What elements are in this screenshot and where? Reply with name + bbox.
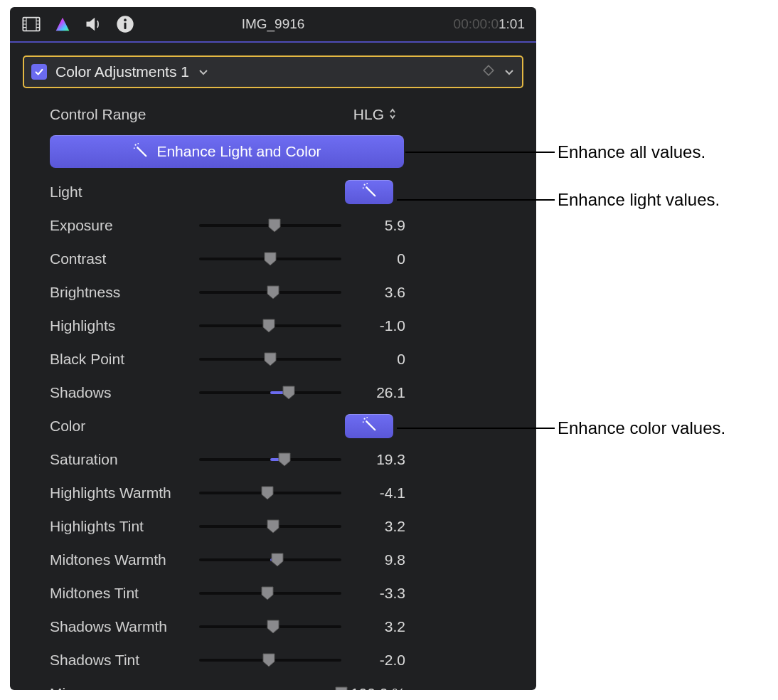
control-range-row: Control Range HLG — [10, 98, 536, 131]
control-range-label: Control Range — [50, 106, 269, 123]
effect-menu-chevron-icon[interactable] — [503, 66, 515, 78]
brightness-row: Brightness 3.6 — [10, 275, 536, 309]
callout-enhance-light: Enhance light values. — [397, 190, 720, 210]
stepper-icon — [388, 106, 397, 123]
black_point-slider[interactable] — [199, 352, 341, 366]
highlights_warmth-slider[interactable] — [199, 486, 341, 500]
highlights_tint-value[interactable]: 3.2 — [341, 518, 405, 535]
exposure-label: Exposure — [50, 217, 199, 234]
brightness-slider[interactable] — [199, 285, 341, 299]
highlights-slider[interactable] — [199, 319, 341, 333]
highlights_warmth-row: Highlights Warmth -4.1 — [10, 476, 536, 509]
exposure-value[interactable]: 5.9 — [341, 217, 405, 234]
shadows_tint-row: Shadows Tint -2.0 — [10, 643, 536, 677]
saturation-label: Saturation — [50, 451, 199, 468]
midtones_tint-slider[interactable] — [199, 586, 341, 600]
svg-point-18 — [363, 418, 365, 420]
midtones_tint-row: Midtones Tint -3.3 — [10, 576, 536, 610]
saturation-row: Saturation 19.3 — [10, 442, 536, 476]
callout-enhance-color: Enhance color values. — [397, 418, 725, 438]
svg-point-16 — [366, 183, 368, 184]
svg-point-13 — [138, 142, 139, 144]
highlights_tint-row: Highlights Tint 3.2 — [10, 509, 536, 543]
wand-icon — [361, 416, 377, 435]
mix-label: Mix — [50, 685, 199, 691]
highlights-value[interactable]: -1.0 — [341, 317, 405, 334]
shadows_tint-value[interactable]: -2.0 — [341, 652, 405, 669]
midtones_tint-label: Midtones Tint — [50, 585, 199, 602]
svg-point-15 — [363, 184, 365, 186]
highlights-row: Highlights -1.0 — [10, 309, 536, 342]
enhance-light-button[interactable] — [345, 180, 393, 204]
shadows-value[interactable]: 26.1 — [341, 384, 405, 401]
saturation-slider[interactable] — [199, 452, 341, 467]
volume-icon[interactable] — [84, 14, 104, 34]
highlights_tint-slider[interactable] — [199, 519, 341, 534]
control-range-select[interactable]: HLG — [269, 106, 397, 123]
contrast-label: Contrast — [50, 250, 199, 267]
enhance-light-and-color-button[interactable]: Enhance Light and Color — [50, 135, 404, 168]
black_point-value[interactable]: 0 — [341, 351, 405, 368]
shadows-row: Shadows 26.1 — [10, 376, 536, 409]
midtones_tint-value[interactable]: -3.3 — [341, 585, 405, 602]
keyframe-diamond-icon[interactable] — [482, 64, 495, 80]
svg-point-19 — [366, 417, 368, 418]
black_point-label: Black Point — [50, 351, 199, 368]
exposure-slider[interactable] — [199, 218, 341, 233]
chevron-down-icon[interactable] — [198, 66, 209, 78]
shadows_tint-slider[interactable] — [199, 653, 341, 667]
shadows_warmth-label: Shadows Warmth — [50, 618, 199, 635]
svg-point-12 — [135, 144, 137, 145]
enhance-color-button[interactable] — [345, 414, 393, 438]
info-icon[interactable] — [115, 14, 135, 34]
highlights_tint-label: Highlights Tint — [50, 518, 199, 535]
midtones_warmth-value[interactable]: 9.8 — [341, 551, 405, 568]
shadows_warmth-value[interactable]: 3.2 — [341, 618, 405, 635]
shadows_tint-label: Shadows Tint — [50, 652, 199, 669]
enhance-button-label: Enhance Light and Color — [156, 143, 321, 160]
mix-value[interactable]: 100.0 % — [341, 685, 405, 691]
callout-enhance-all: Enhance all values. — [405, 142, 705, 162]
highlights_warmth-value[interactable]: -4.1 — [341, 484, 405, 502]
light-section-label: Light — [50, 184, 345, 201]
wand-icon — [132, 142, 148, 161]
svg-rect-11 — [124, 23, 126, 29]
color-section-label: Color — [50, 418, 345, 435]
inspector-divider — [10, 41, 536, 43]
black_point-row: Black Point 0 — [10, 342, 536, 376]
svg-point-20 — [363, 421, 364, 423]
effect-enabled-checkbox[interactable] — [31, 64, 47, 80]
shadows_warmth-slider[interactable] — [199, 620, 341, 634]
film-icon[interactable] — [21, 14, 41, 34]
exposure-row: Exposure 5.9 — [10, 208, 536, 242]
color-icon[interactable] — [53, 14, 73, 34]
shadows_warmth-row: Shadows Warmth 3.2 — [10, 610, 536, 643]
svg-point-17 — [363, 187, 364, 189]
brightness-value[interactable]: 3.6 — [341, 284, 405, 301]
midtones_warmth-label: Midtones Warmth — [50, 551, 199, 568]
highlights-label: Highlights — [50, 317, 199, 334]
midtones_warmth-slider[interactable] — [199, 553, 341, 567]
contrast-slider[interactable] — [199, 252, 341, 266]
mix-slider[interactable] — [199, 686, 341, 691]
timecode: 00:00:01:01 — [454, 7, 525, 41]
shadows-slider[interactable] — [199, 386, 341, 400]
effect-header[interactable]: Color Adjustments 1 — [23, 55, 523, 88]
highlights_warmth-label: Highlights Warmth — [50, 484, 199, 502]
contrast-value[interactable]: 0 — [341, 250, 405, 267]
inspector-panel: IMG_9916 00:00:01:01 Color Adjustments 1… — [10, 7, 536, 690]
svg-point-14 — [134, 147, 135, 149]
saturation-value[interactable]: 19.3 — [341, 451, 405, 468]
effect-name: Color Adjustments 1 — [55, 63, 189, 80]
wand-icon — [361, 182, 377, 201]
contrast-row: Contrast 0 — [10, 242, 536, 275]
svg-point-10 — [124, 18, 127, 21]
mix-row: Mix 100.0 % — [10, 677, 536, 690]
midtones_warmth-row: Midtones Warmth 9.8 — [10, 543, 536, 576]
shadows-label: Shadows — [50, 384, 199, 401]
brightness-label: Brightness — [50, 284, 199, 301]
